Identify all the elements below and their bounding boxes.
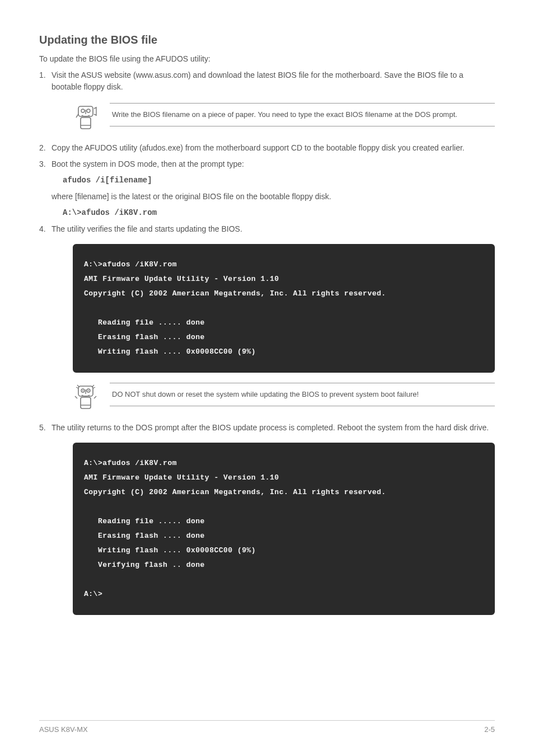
note-1: Write the BIOS filename on a piece of pa…: [73, 103, 495, 132]
step-5-text: The utility returns to the DOS prompt af…: [51, 423, 489, 432]
svg-point-1: [81, 109, 85, 112]
intro-text: To update the BIOS file using the AFUDOS…: [39, 53, 495, 65]
terminal-output-1: A:\>afudos /iK8V.rom AMI Firmware Update…: [73, 244, 495, 373]
robot-note-icon: [73, 103, 100, 132]
step-4-text: The utility verifies the file and starts…: [51, 224, 242, 233]
robot-warning-icon: [73, 383, 100, 412]
step-2-number: 2.: [39, 142, 46, 154]
svg-point-10: [82, 390, 83, 391]
step-3-example: A:\>afudos /iK8V.rom: [39, 207, 495, 219]
note-1-text: Write the BIOS filename on a piece of pa…: [110, 103, 495, 126]
footer-right: 2-5: [484, 725, 495, 734]
step-2: 2. Copy the AFUDOS utility (afudos.exe) …: [39, 142, 495, 154]
footer-left: ASUS K8V-MX: [39, 725, 88, 734]
svg-rect-13: [81, 397, 91, 408]
step-3-explain: where [filename] is the latest or the or…: [39, 191, 495, 203]
step-2-text: Copy the AFUDOS utility (afudos.exe) fro…: [51, 143, 465, 152]
step-1: 1. Visit the ASUS website (www.asus.com)…: [39, 69, 495, 93]
step-5-number: 5.: [39, 422, 46, 434]
svg-line-6: [76, 114, 78, 118]
step-3-number: 3.: [39, 158, 46, 170]
step-1-text: Visit the ASUS website (www.asus.com) an…: [51, 71, 463, 91]
step-5: 5. The utility returns to the DOS prompt…: [39, 422, 495, 434]
step-3-command: afudos /i[filename]: [39, 175, 495, 186]
page-footer: ASUS K8V-MX 2-5: [39, 720, 495, 734]
svg-point-2: [87, 109, 90, 112]
step-4-number: 4.: [39, 223, 46, 235]
svg-point-11: [88, 390, 89, 391]
note-2-text: DO NOT shut down or reset the system whi…: [110, 383, 495, 406]
terminal-output-2: A:\>afudos /iK8V.rom AMI Firmware Update…: [73, 443, 495, 615]
section-title: Updating the BIOS file: [39, 34, 495, 46]
svg-rect-4: [81, 118, 91, 129]
note-2: DO NOT shut down or reset the system whi…: [73, 383, 495, 412]
step-3-text: Boot the system in DOS mode, then at the…: [51, 159, 244, 168]
step-1-number: 1.: [39, 69, 46, 81]
step-3: 3. Boot the system in DOS mode, then at …: [39, 158, 495, 170]
step-4: 4. The utility verifies the file and sta…: [39, 223, 495, 235]
